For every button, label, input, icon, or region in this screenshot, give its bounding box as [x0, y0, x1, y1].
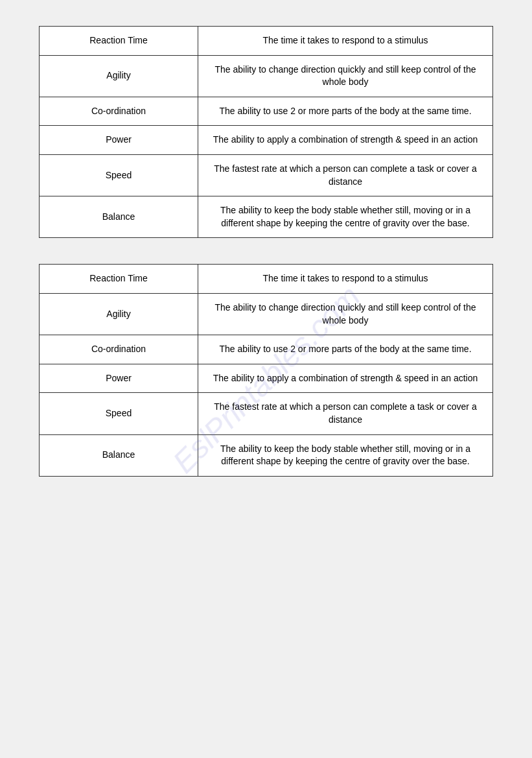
table-row: BalanceThe ability to keep the body stab…: [40, 196, 493, 238]
table-row: AgilityThe ability to change direction q…: [40, 55, 493, 97]
table-row: PowerThe ability to apply a combination …: [40, 126, 493, 155]
table-row: SpeedThe fastest rate at which a person …: [40, 393, 493, 434]
definition-cell: The ability to change direction quickly …: [198, 293, 493, 335]
table-row: Reaction TimeThe time it takes to respon…: [40, 27, 493, 56]
table-row: Co-ordinationThe ability to use 2 or mor…: [40, 335, 493, 364]
table-row: Reaction TimeThe time it takes to respon…: [40, 265, 493, 294]
definition-cell: The time it takes to respond to a stimul…: [198, 265, 493, 294]
definition-cell: The fastest rate at which a person can c…: [198, 393, 493, 434]
term-cell: Balance: [40, 434, 198, 476]
table-row: BalanceThe ability to keep the body stab…: [40, 434, 493, 476]
table-container-2: Reaction TimeThe time it takes to respon…: [39, 264, 493, 476]
definition-cell: The ability to use 2 or more parts of th…: [198, 97, 493, 126]
term-cell: Speed: [40, 154, 198, 196]
term-cell: Co-ordination: [40, 97, 198, 126]
definition-cell: The ability to keep the body stable whet…: [198, 196, 493, 238]
definition-cell: The fastest rate at which a person can c…: [198, 154, 493, 196]
terms-table-1: Reaction TimeThe time it takes to respon…: [39, 26, 493, 238]
table-row: Co-ordinationThe ability to use 2 or mor…: [40, 97, 493, 126]
term-cell: Power: [40, 126, 198, 155]
definition-cell: The ability to use 2 or more parts of th…: [198, 335, 493, 364]
table-row: PowerThe ability to apply a combination …: [40, 364, 493, 393]
terms-table-2: Reaction TimeThe time it takes to respon…: [39, 264, 493, 476]
definition-cell: The ability to change direction quickly …: [198, 55, 493, 97]
definition-cell: The ability to apply a combination of st…: [198, 364, 493, 393]
definition-cell: The ability to apply a combination of st…: [198, 126, 493, 155]
term-cell: Reaction Time: [40, 265, 198, 294]
table-row: SpeedThe fastest rate at which a person …: [40, 154, 493, 196]
term-cell: Reaction Time: [40, 27, 198, 56]
term-cell: Speed: [40, 393, 198, 434]
table-container-1: Reaction TimeThe time it takes to respon…: [39, 26, 493, 238]
definition-cell: The ability to keep the body stable whet…: [198, 434, 493, 476]
term-cell: Co-ordination: [40, 335, 198, 364]
term-cell: Agility: [40, 293, 198, 335]
term-cell: Power: [40, 364, 198, 393]
table-row: AgilityThe ability to change direction q…: [40, 293, 493, 335]
definition-cell: The time it takes to respond to a stimul…: [198, 27, 493, 56]
term-cell: Balance: [40, 196, 198, 238]
term-cell: Agility: [40, 55, 198, 97]
